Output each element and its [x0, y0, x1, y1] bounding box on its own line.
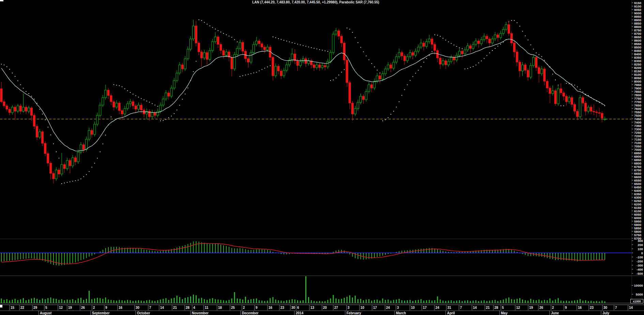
volume-bar	[486, 301, 487, 303]
candle	[557, 86, 559, 106]
volume-bar	[23, 298, 24, 303]
volume-bar	[382, 299, 383, 303]
volume-bar	[256, 299, 257, 303]
volume-bar	[352, 297, 353, 303]
volume-bar	[45, 299, 46, 303]
volume-bar	[517, 299, 518, 303]
week-tick-label: 9	[565, 306, 567, 310]
volume-bar	[305, 276, 306, 303]
svg-text:-500: -500	[637, 272, 643, 275]
week-tick-label: 31	[447, 306, 451, 310]
volume-bar	[78, 299, 79, 303]
svg-text:-300: -300	[637, 263, 643, 267]
week-tick-label: 23	[590, 306, 594, 310]
volume-bar	[388, 300, 389, 303]
week-tick-label: 30	[603, 306, 608, 310]
volume-bar	[17, 300, 18, 303]
week-tick-label: 13	[310, 306, 315, 310]
volume-bar	[124, 301, 125, 303]
week-tick-label: 3	[397, 306, 399, 310]
volume-bar	[561, 301, 562, 303]
week-tick-label: 26	[539, 306, 543, 310]
volume-bar	[530, 299, 531, 303]
week-tick-label: 9	[256, 306, 258, 310]
volume-bar	[604, 301, 605, 303]
corner-artifact-bottom	[0, 305, 2, 307]
volume-bar	[404, 301, 405, 303]
volume-bar	[53, 299, 54, 303]
volume-bar	[385, 300, 386, 303]
volume-bar	[209, 299, 210, 303]
volume-bar	[185, 298, 186, 303]
week-tick-label: 21	[173, 306, 177, 310]
volume-bar	[357, 299, 358, 303]
volume-bar	[519, 298, 520, 303]
svg-text:100: 100	[638, 247, 643, 251]
week-tick-label: 2	[552, 306, 554, 310]
volume-bar	[272, 297, 273, 303]
volume-bar	[563, 301, 564, 303]
volume-bar	[163, 299, 164, 303]
week-tick-label: 2	[243, 306, 245, 310]
volume-bar	[270, 298, 271, 303]
volume-bar	[91, 299, 92, 303]
month-label: 2014	[296, 311, 304, 315]
volume-bar	[28, 300, 29, 303]
volume-bar	[371, 301, 372, 303]
volume-bar	[86, 299, 87, 303]
volume-bar	[599, 301, 600, 303]
volume-bar	[347, 297, 348, 303]
volume-bar	[70, 300, 71, 303]
volume-bar	[113, 300, 114, 303]
volume-bar	[324, 301, 325, 303]
week-tick-label: 3	[348, 306, 350, 310]
candle	[332, 31, 334, 55]
week-tick-label: 14	[160, 306, 164, 310]
volume-bar	[489, 301, 490, 303]
week-tick-label: 28	[186, 306, 190, 310]
volume-bar	[588, 301, 589, 303]
volume-bar	[212, 298, 213, 303]
candle	[579, 95, 581, 119]
volume-bar	[6, 299, 7, 303]
volume-bar	[547, 300, 548, 303]
week-tick-label: 30	[291, 306, 295, 310]
volume-bar	[319, 301, 320, 303]
volume-bar	[596, 301, 597, 303]
volume-bar	[558, 298, 559, 303]
volume-bar	[569, 301, 570, 303]
volume-bar	[234, 292, 235, 303]
volume-bar	[50, 297, 51, 303]
volume-bar	[72, 299, 73, 303]
volume-bar	[336, 299, 337, 303]
volume-bar	[456, 301, 457, 303]
volume-bar	[237, 299, 238, 303]
volume-bar	[527, 301, 528, 303]
volume-bar	[64, 300, 65, 303]
week-tick-label: 30	[136, 306, 140, 310]
volume-bar	[508, 297, 509, 303]
volume-bar	[333, 295, 334, 303]
volume-multiplier-label: x1000	[631, 299, 643, 303]
week-tick-label: 16	[578, 306, 582, 310]
week-tick-label: 19	[529, 306, 533, 310]
volume-bar	[429, 300, 430, 303]
volume-bar	[229, 300, 230, 303]
volume-bar	[500, 300, 501, 303]
volume-bar	[80, 298, 81, 303]
volume-bar	[135, 301, 136, 303]
volume-bar	[330, 299, 331, 303]
volume-bar	[344, 298, 345, 303]
volume-bar	[522, 300, 523, 303]
candle	[554, 89, 556, 106]
volume-bar	[322, 301, 323, 303]
week-tick-label: 11	[205, 306, 209, 310]
month-label: December	[242, 311, 258, 315]
volume-bar	[99, 298, 101, 303]
volume-bar	[97, 298, 98, 303]
week-tick-label: 7	[615, 306, 617, 310]
volume-bar	[448, 301, 449, 303]
volume-bar	[297, 300, 298, 303]
volume-bar	[240, 299, 241, 303]
price-chart-canvas[interactable]: 9150910090509000895089008850880087508700…	[0, 0, 644, 315]
